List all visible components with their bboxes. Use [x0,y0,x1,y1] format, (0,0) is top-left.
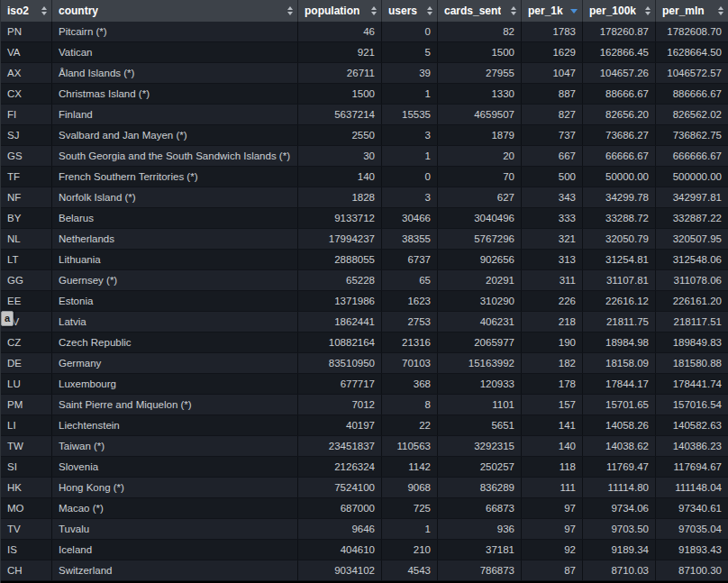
sort-descending-icon[interactable] [570,9,578,14]
cell-country: Tuvalu [52,519,298,539]
cell-per_mln: 342997.81 [656,187,728,207]
cell-cards_sent: 406231 [438,312,522,332]
cell-per_100k: 31107.81 [583,270,656,290]
cell-per_mln: 218117.51 [656,312,728,332]
cell-per_mln: 87100.30 [656,560,728,580]
cell-population: 2126324 [298,457,382,477]
cell-per_1k: 141 [522,415,583,435]
cell-per_100k: 15701.65 [583,395,656,414]
sort-toggle-icon[interactable] [287,6,293,15]
cell-per_1k: 157 [522,395,583,414]
cell-population: 17994237 [298,229,382,249]
cell-per_100k: 34299.78 [583,187,656,207]
cell-users: 21316 [382,332,438,352]
table-row: CXChristmas Island (*)15001133088788666.… [1,84,728,105]
cell-cards_sent: 3040496 [438,208,522,228]
cell-per_100k: 14058.26 [583,415,656,435]
sort-toggle-icon[interactable] [41,6,47,15]
cell-users: 70103 [382,353,438,373]
cell-population: 1371986 [298,291,382,311]
cell-country: Pitcairn (*) [52,22,298,41]
cell-per_mln: 311078.06 [656,270,728,290]
cell-country: Luxembourg [52,374,298,394]
cell-iso2: SI [1,457,52,477]
cell-users: 725 [382,498,438,518]
cell-population: 9034102 [298,560,382,580]
sort-toggle-icon[interactable] [427,6,432,15]
cell-cards_sent: 1101 [438,395,522,414]
cell-iso2: BY [1,208,52,228]
table-row: LTLithuania2888055673790265631331254.813… [1,250,728,270]
column-header-cards_sent[interactable]: cards_sent [438,0,522,22]
table-row: LULuxembourg67771736812093317817844.1717… [1,374,728,395]
cell-per_mln: 117694.67 [656,457,728,477]
cell-iso2: FI [1,105,52,124]
table-row: TFFrench Southern Territories (*)1400705… [1,167,728,187]
cell-per_100k: 14038.62 [583,436,656,456]
cell-population: 1828 [298,187,382,207]
cell-per_100k: 178260.87 [583,22,656,41]
table-row: SJSvalbard and Jan Mayen (*)255031879737… [1,125,728,146]
cell-population: 1862441 [298,312,382,332]
cell-country: Macao (*) [52,498,298,518]
cell-users: 1623 [382,291,438,311]
column-label-population: population [305,5,359,17]
link-hint-overlay: a [1,311,14,326]
cell-country: Liechtenstein [52,415,298,435]
cell-per_mln: 1046572.57 [656,63,728,83]
cell-per_1k: 737 [522,125,583,145]
sort-toggle-icon[interactable] [511,6,516,15]
cell-cards_sent: 250257 [438,457,522,477]
cell-iso2: PM [1,395,52,414]
column-header-per_1k[interactable]: per_1k [522,0,583,22]
column-label-per_1k: per_1k [528,5,563,17]
cell-cards_sent: 66873 [438,498,522,518]
table-row: BYBelarus913371230466304049633333288.723… [1,208,728,229]
cell-per_1k: 321 [522,229,583,249]
cell-cards_sent: 20291 [438,270,522,290]
cell-per_100k: 21811.75 [583,312,656,332]
sort-toggle-icon[interactable] [645,6,651,15]
cell-country: Saint Pierre and Miquelon (*) [52,395,298,414]
cell-per_1k: 111 [522,478,583,497]
cell-per_1k: 1783 [522,22,583,41]
cell-population: 1500 [298,84,382,104]
table-row: AXÅland Islands (*)267113927955104710465… [1,63,728,84]
cell-users: 368 [382,374,438,394]
table-row: DEGermany83510950701031516399218218158.0… [1,353,728,374]
column-header-users[interactable]: users [382,0,438,22]
column-header-iso2[interactable]: iso2 [1,0,52,22]
cell-users: 5 [382,42,438,62]
cell-per_1k: 500 [522,167,583,187]
cell-iso2: TV [1,519,52,539]
cell-users: 1 [382,519,438,539]
cell-users: 1 [382,146,438,166]
cell-population: 921 [298,42,382,62]
cell-iso2: SJ [1,125,52,145]
cell-users: 0 [382,167,438,187]
sort-toggle-icon[interactable] [718,6,723,15]
cell-population: 9133712 [298,208,382,228]
cell-per_mln: 736862.75 [656,125,728,145]
cell-per_mln: 181580.88 [656,353,728,373]
column-header-population[interactable]: population [298,0,382,22]
cell-per_mln: 97035.04 [656,519,728,539]
column-header-per_100k[interactable]: per_100k [583,0,656,22]
sort-toggle-icon[interactable] [371,6,377,15]
cell-users: 3 [382,187,438,207]
cell-country: Åland Islands (*) [52,63,298,83]
column-header-country[interactable]: country [52,0,298,22]
cell-per_mln: 91893.43 [656,540,728,560]
cell-per_mln: 140386.23 [656,436,728,456]
cell-per_mln: 1782608.70 [656,22,728,41]
cell-iso2: GG [1,270,52,290]
table-body: PNPitcairn (*)460821783178260.871782608.… [1,22,728,581]
column-header-per_mln[interactable]: per_mln [656,0,728,22]
cell-per_1k: 97 [522,498,583,518]
cell-country: Iceland [52,540,298,560]
cell-population: 26711 [298,63,382,83]
cell-per_mln: 312548.06 [656,250,728,269]
cell-per_100k: 31254.81 [583,250,656,269]
cell-country: Guernsey (*) [52,270,298,290]
cell-iso2: TF [1,167,52,187]
